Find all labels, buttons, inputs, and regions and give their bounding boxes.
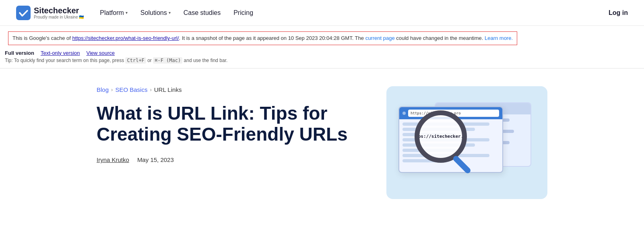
shortcut-ctrl: Ctrl+F xyxy=(125,57,146,64)
main-nav: Platform ▾ Solutions ▾ Case studies Pric… xyxy=(100,9,609,17)
magnifier: https://sitechecker.pro xyxy=(415,110,479,175)
breadcrumb-blog[interactable]: Blog xyxy=(97,86,109,93)
illustration: https://sitechecker.pro xyxy=(394,94,539,191)
breadcrumb-sep-2: › xyxy=(150,87,151,93)
cache-suffix-2: could have changed in the meantime. xyxy=(395,35,485,41)
breadcrumb-current: URL Links xyxy=(154,86,182,93)
shortcut-cmd: ⌘-F (Mac) xyxy=(153,57,182,64)
cache-banner: This is Google's cache of https://sitech… xyxy=(8,31,517,45)
author-line: Iryna Krutko May 15, 2023 xyxy=(97,156,362,163)
logo-text: Sitechecker Proudly made in Ukraine 🇺🇦 xyxy=(34,6,84,19)
breadcrumb-sep-1: › xyxy=(111,87,113,93)
tip-or: or xyxy=(147,58,152,63)
login-button[interactable]: Log in xyxy=(609,9,628,17)
version-text-only-link[interactable]: Text-only version xyxy=(41,50,80,56)
author-name[interactable]: Iryna Krutko xyxy=(97,156,129,163)
site-header: Sitechecker Proudly made in Ukraine 🇺🇦 P… xyxy=(0,0,644,26)
current-page-link[interactable]: current page xyxy=(365,35,395,41)
tip-bar: Tip: To quickly find your search term on… xyxy=(0,57,644,66)
learn-more-link[interactable]: Learn more. xyxy=(485,35,513,41)
logo-name: Sitechecker xyxy=(34,6,84,15)
publish-date: May 15, 2023 xyxy=(137,156,174,163)
cache-prefix: This is Google's cache of xyxy=(12,35,72,41)
cache-suffix-1: . It is a snapshot of the page as it app… xyxy=(179,35,365,41)
version-bar: Full version Text-only version View sour… xyxy=(0,48,644,57)
content-right: https://sitechecker.pro xyxy=(386,86,547,199)
nav-solutions[interactable]: Solutions ▾ xyxy=(140,9,171,17)
nav-case-studies[interactable]: Case studies xyxy=(184,9,221,17)
nav-platform[interactable]: Platform ▾ xyxy=(100,9,128,17)
cache-url-link[interactable]: https://sitechecker.pro/what-is-seo-frie… xyxy=(72,35,179,41)
browser-dot xyxy=(402,112,406,115)
nav-pricing[interactable]: Pricing xyxy=(233,9,253,17)
logo-icon xyxy=(16,6,31,20)
magnifier-url: https://sitechecker.pro xyxy=(415,134,467,139)
tip-text: Tip: To quickly find your search term on… xyxy=(5,58,124,63)
magnifier-handle xyxy=(452,155,472,174)
logo-tagline: Proudly made in Ukraine 🇺🇦 xyxy=(34,15,84,19)
chevron-down-icon: ▾ xyxy=(126,10,128,15)
logo-link[interactable]: Sitechecker Proudly made in Ukraine 🇺🇦 xyxy=(16,6,84,20)
article-title: What is URL Link: Tips for Creating SEO-… xyxy=(97,103,362,145)
magnifier-circle: https://sitechecker.pro xyxy=(415,110,467,163)
breadcrumb-seo-basics[interactable]: SEO Basics xyxy=(115,86,147,93)
tip-end: and use the find bar. xyxy=(184,58,228,63)
chevron-down-icon: ▾ xyxy=(169,10,171,15)
content-left: Blog › SEO Basics › URL Links What is UR… xyxy=(97,86,362,164)
view-source-link[interactable]: View source xyxy=(87,50,115,56)
version-full: Full version xyxy=(5,50,34,56)
breadcrumb: Blog › SEO Basics › URL Links xyxy=(97,86,362,93)
svg-rect-0 xyxy=(16,6,31,20)
divider xyxy=(0,68,644,68)
hero-image: https://sitechecker.pro xyxy=(386,86,547,199)
main-content: Blog › SEO Basics › URL Links What is UR… xyxy=(80,70,564,199)
cache-banner-wrapper: This is Google's cache of https://sitech… xyxy=(0,26,644,48)
